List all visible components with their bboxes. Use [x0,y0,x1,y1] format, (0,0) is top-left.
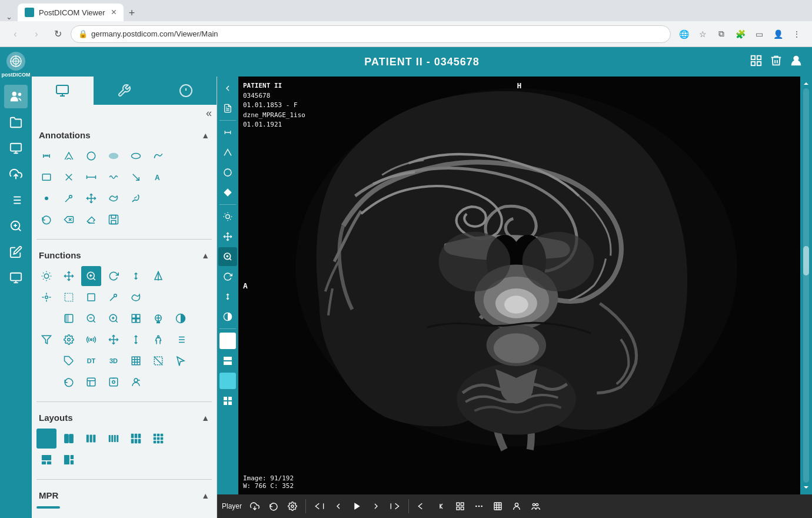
vtool-zoom-active[interactable] [218,247,237,266]
layouts-header[interactable]: Layouts ▲ [36,409,212,426]
translate-btn[interactable]: 🌐 [675,26,692,42]
tab-viewer[interactable] [32,77,94,105]
annotations-header[interactable]: Annotations ▲ [36,127,212,144]
func-zoom[interactable] [81,266,101,286]
player-next[interactable] [367,498,385,514]
func-cog2[interactable] [81,330,101,350]
tool-multi-arrow[interactable] [81,188,101,208]
player-last[interactable] [386,498,404,514]
extensions-btn[interactable]: 🧩 [732,26,748,42]
player-skip-back[interactable] [414,498,431,514]
vtool-collapse[interactable] [218,79,237,98]
func-skull[interactable] [148,308,168,328]
func-pointer[interactable] [171,351,191,371]
tool-circle[interactable] [81,146,101,166]
tool-eraser[interactable] [81,210,101,230]
viewer-scrollbar[interactable] [800,77,812,494]
mpr-header[interactable]: MPR ▲ [36,487,212,504]
vtool-report[interactable] [218,99,237,118]
tool-ellipse-fill[interactable] [104,146,124,166]
nav-forward-btn[interactable]: › [28,26,45,42]
player-more-users[interactable] [527,498,544,514]
func-zoom-in[interactable] [104,308,124,328]
func-split[interactable] [126,330,146,350]
func-tag[interactable] [59,351,79,371]
vtool-diamond[interactable] [218,183,237,202]
tool-save-ann[interactable] [104,210,124,230]
address-bar[interactable]: 🔒 germany.postdicom.com/Viewer/Main [71,25,671,43]
func-sort[interactable] [171,330,191,350]
player-step-back[interactable] [432,498,450,514]
vtool-brightness[interactable] [218,207,237,226]
vtool-rotate[interactable] [218,267,237,286]
func-pan2[interactable] [104,330,124,350]
scroll-thumb[interactable] [803,246,809,275]
vtool-layout-white[interactable] [219,333,236,349]
tool-hline[interactable] [81,167,101,187]
func-grid-overlay[interactable] [126,351,146,371]
mpr-toggle[interactable]: ▲ [201,491,209,500]
header-delete-btn[interactable] [770,54,783,70]
tool-angle[interactable] [59,146,79,166]
bookmark-btn[interactable]: ☆ [694,26,711,42]
layout-1x4[interactable] [104,429,124,449]
player-grid-view[interactable] [489,498,507,514]
sidebar-icon-monitor[interactable] [4,266,28,290]
functions-header[interactable]: Functions ▲ [36,247,212,264]
func-wl[interactable] [59,308,79,328]
tool-arrow-diag[interactable] [126,167,146,187]
sidebar-icon-edit[interactable] [4,240,28,264]
panel-collapse[interactable]: « [32,105,217,122]
player-first[interactable] [311,498,328,514]
tool-freehand[interactable] [148,146,168,166]
player-user[interactable] [508,498,525,514]
func-inverse[interactable] [171,308,191,328]
profile-btn[interactable]: 👤 [770,26,786,42]
func-filter[interactable] [36,330,56,350]
header-profile-btn[interactable] [790,54,803,70]
tab-search-btn[interactable]: ⧉ [713,26,730,42]
func-undo2[interactable] [59,372,79,392]
func-resize[interactable] [126,266,146,286]
tool-rect[interactable] [36,167,56,187]
scroll-track[interactable] [800,88,812,483]
vtool-layout-grid[interactable] [218,391,237,410]
vtool-resize[interactable] [218,287,237,306]
layout-main-left[interactable] [59,450,79,470]
sidebar-icon-folder[interactable] [4,111,28,134]
tool-cross[interactable] [59,167,79,187]
layout-1x3[interactable] [81,429,101,449]
scroll-down-btn[interactable] [801,483,811,492]
new-tab-btn[interactable]: + [124,5,140,21]
vtool-layout-split[interactable] [218,351,237,370]
func-probe2[interactable] [104,287,124,307]
func-flip[interactable] [148,266,168,286]
functions-toggle[interactable]: ▲ [201,251,209,260]
func-person[interactable] [148,330,168,350]
tool-undo[interactable] [36,210,56,230]
vtool-angle[interactable] [218,143,237,162]
func-cog1[interactable] [59,330,79,350]
player-play[interactable] [348,498,366,514]
vtool-circle[interactable] [218,163,237,182]
browser-tab[interactable]: PostDICOM Viewer × [18,4,124,21]
player-reset[interactable] [265,498,282,514]
func-rect-roi[interactable] [81,287,101,307]
sidebar-icon-list[interactable] [4,188,28,212]
tool-ruler[interactable] [36,146,56,166]
player-settings[interactable] [284,498,301,514]
tab-info[interactable] [155,77,217,105]
menu-btn[interactable]: ⋮ [788,26,805,42]
tool-probe[interactable] [59,188,79,208]
func-region[interactable] [59,287,79,307]
vtool-ruler[interactable] [218,123,237,142]
func-pan[interactable] [59,266,79,286]
vtool-layout-blue[interactable] [219,373,236,389]
func-zoom-out[interactable] [81,308,101,328]
func-multiplanar[interactable] [126,308,146,328]
tab-history[interactable]: ⌄ [0,12,18,21]
sidebar-btn[interactable]: ▭ [751,26,767,42]
func-brightness[interactable] [36,266,56,286]
sidebar-icon-search[interactable] [4,214,28,238]
layouts-toggle[interactable]: ▲ [201,413,209,423]
